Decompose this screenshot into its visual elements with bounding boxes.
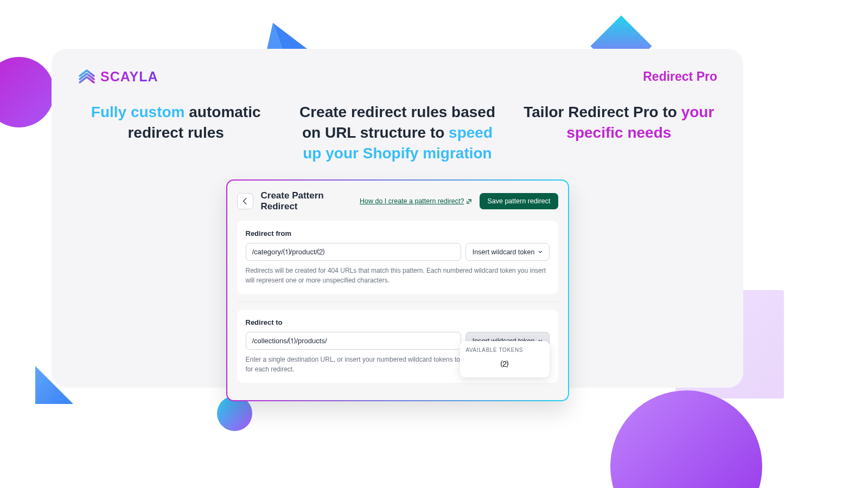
taglines: Fully custom automatic redirect rules Cr… <box>52 86 743 163</box>
back-button[interactable] <box>237 193 253 209</box>
brand-name: SCAYLA <box>100 69 158 85</box>
decoration-circle <box>0 57 54 127</box>
decoration-circle-br <box>610 390 762 488</box>
insert-wildcard-from-button[interactable]: Insert wildcard token <box>465 243 550 261</box>
tagline-right: Tailor Redirect Pro to your specific nee… <box>516 102 722 163</box>
redirect-from-section: Redirect from Insert wildcard token Redi… <box>237 221 558 294</box>
app-panel: Create Pattern Redirect How do I create … <box>226 179 569 401</box>
dropdown-header: AVAILABLE TOKENS <box>466 347 544 353</box>
save-button[interactable]: Save pattern redirect <box>480 193 558 209</box>
feature-card: SCAYLA Redirect Pro Fully custom automat… <box>52 49 743 388</box>
caret-down-icon <box>538 250 542 254</box>
redirect-from-helper: Redirects will be created for 404 URLs t… <box>246 266 550 285</box>
panel-header: Create Pattern Redirect How do I create … <box>237 190 558 212</box>
divider <box>237 301 558 302</box>
tagline-left: Fully custom automatic redirect rules <box>73 102 278 163</box>
brand-logo: SCAYLA <box>78 67 158 86</box>
wildcard-dropdown: AVAILABLE TOKENS ⑵ <box>460 341 550 377</box>
external-link-icon <box>466 198 472 204</box>
redirect-from-label: Redirect from <box>246 229 550 237</box>
redirect-to-input[interactable] <box>246 332 461 350</box>
product-name: Redirect Pro <box>643 69 717 84</box>
logo-icon <box>78 67 96 86</box>
panel-title: Create Pattern Redirect <box>261 190 352 212</box>
redirect-from-input[interactable] <box>246 243 461 261</box>
tagline-mid: Create redirect rules based on URL struc… <box>295 102 500 163</box>
help-link[interactable]: How do I create a pattern redirect? <box>360 197 472 205</box>
redirect-to-section: Redirect to Insert wildcard token Enter … <box>237 310 558 383</box>
card-header: SCAYLA Redirect Pro <box>52 49 743 86</box>
arrow-left-icon <box>241 197 249 205</box>
dropdown-item[interactable]: ⑵ <box>466 357 544 371</box>
redirect-to-label: Redirect to <box>246 318 550 326</box>
